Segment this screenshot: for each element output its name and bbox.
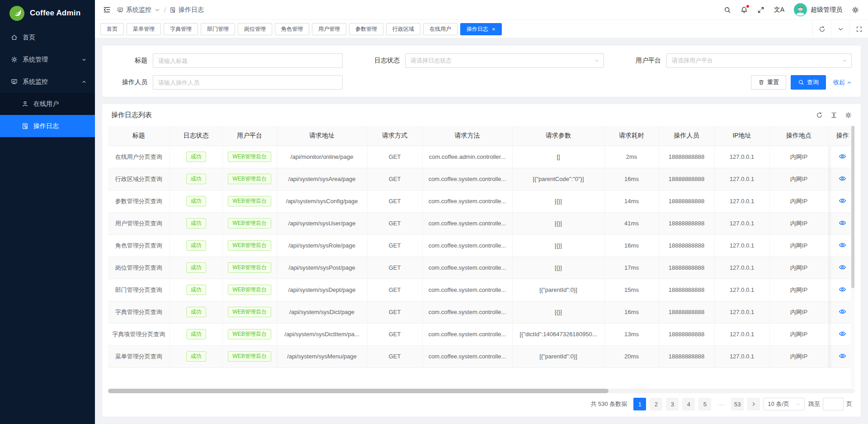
platform-select[interactable]: 请选择用户平台 [666,53,852,68]
fullscreen-icon[interactable] [757,6,764,14]
cell-request-method: GET [367,301,422,323]
cell-ip: 127.0.0.1 [714,257,769,279]
view-detail-button[interactable] [839,152,846,160]
vertical-scrollbar[interactable] [851,126,855,388]
page-button[interactable]: 3 [666,398,679,410]
page-button[interactable]: 4 [682,398,695,410]
page-button[interactable]: 1 [633,398,646,410]
cell-request-url: /api/system/sysRole/page [277,234,367,257]
horizontal-scrollbar[interactable] [108,389,855,393]
operator-input[interactable] [153,75,343,90]
sidebar: Coffee Admin 首页系统管理系统监控在线用户操作日志 [0,0,95,424]
cell-operator: 18888888888 [659,212,714,234]
status-select[interactable]: 请选择日志状态 [405,53,604,68]
page-size-select[interactable]: 10 条/页 [764,398,805,410]
cell-location: 内网IP [769,190,828,212]
cell-platform: WEB管理后台 [222,301,277,323]
tab-item[interactable]: 用户管理 [312,23,346,35]
reset-button[interactable]: 重置 [751,75,786,90]
cell-request-method: GET [367,257,422,279]
tab-item[interactable]: 岗位管理 [238,23,272,35]
sidebar-item-home[interactable]: 首页 [0,26,95,48]
row-density-icon[interactable] [830,112,837,119]
translate-icon[interactable]: 文A [774,6,784,14]
tab-item[interactable]: 参数管理 [349,23,383,35]
tab-item[interactable]: 菜单管理 [127,23,161,35]
menu-fold-icon[interactable] [103,6,111,14]
sidebar-item-operation-log[interactable]: 操作日志 [0,115,95,137]
view-detail-button[interactable] [839,263,846,271]
tab-item[interactable]: 在线用户 [423,23,458,35]
tab-label: 菜单管理 [133,25,155,33]
page-button[interactable]: 5 [698,398,711,410]
next-page-button[interactable] [747,398,760,410]
search-icon[interactable] [724,6,731,14]
cell-request-time: 16ms [604,168,659,190]
refresh-icon[interactable] [816,112,823,119]
view-detail-button[interactable] [839,197,846,205]
title-input[interactable] [153,53,343,68]
view-detail-button[interactable] [839,308,846,315]
chevron-down-icon [81,57,87,62]
cell-request-url: /api/monitor/online/page [277,146,367,168]
tabs-dropdown-icon[interactable] [831,20,849,38]
view-detail-button[interactable] [839,175,846,182]
cell-location: 内网IP [769,345,828,367]
column-header: 请求耗时 [604,126,659,146]
cell-request-url: /api/system/sysMenu/page [277,345,367,367]
main-area: 系统监控 / 操作日志 文A [95,0,868,424]
cell-platform: WEB管理后台 [222,212,277,234]
cell-request-time: 14ms [604,190,659,212]
sidebar-item-system-monitor[interactable]: 系统监控 [0,71,95,93]
cell-request-time: 15ms [604,279,659,301]
view-detail-button[interactable] [839,286,846,293]
cell-title: 岗位管理分页查询 [108,257,170,279]
vertical-scrollbar-thumb[interactable] [851,126,854,288]
view-detail-button[interactable] [839,352,846,360]
view-detail-button[interactable] [839,330,846,338]
sidebar-submenu: 在线用户操作日志 [0,93,95,137]
status-badge: 成功 [186,285,206,295]
chevron-up-icon [847,80,852,85]
operator-field-label: 操作人员 [111,78,147,86]
close-icon[interactable]: × [492,26,495,32]
page-button[interactable]: 2 [650,398,662,410]
cell-operator: 18888888888 [659,234,714,257]
tab-item[interactable]: 首页 [100,23,124,35]
status-badge: 成功 [186,240,206,251]
tabs-maximize-icon[interactable] [849,20,868,38]
column-settings-gear-icon[interactable] [845,112,852,119]
tab-item[interactable]: 字典管理 [164,23,198,35]
breadcrumb-parent[interactable]: 系统监控 [117,6,160,14]
gear-icon [11,56,18,63]
cell-request-params: [{}] [512,257,604,279]
view-detail-button[interactable] [839,241,846,249]
search-button[interactable]: 查询 [791,75,826,90]
page-button[interactable]: 53 [731,398,744,410]
user-menu[interactable]: 超级管理员 [794,3,842,16]
notification-bell-icon[interactable] [741,6,748,14]
status-badge: 成功 [186,152,206,162]
avatar[interactable] [794,3,807,16]
cell-request-time: 17ms [604,257,659,279]
tab-item[interactable]: 部门管理 [201,23,235,35]
tab-item[interactable]: 角色管理 [275,23,309,35]
view-detail-button[interactable] [839,219,846,227]
cell-request-time: 16ms [604,234,659,257]
tabs-refresh-icon[interactable] [812,20,831,38]
cell-location: 内网IP [769,168,828,190]
jump-to-label: 跳至 [808,400,820,408]
tab-item[interactable]: 行政区域 [386,23,420,35]
tab-list: 首页菜单管理字典管理部门管理岗位管理角色管理用户管理参数管理行政区域在线用户操作… [95,20,812,38]
search-button-label: 查询 [807,78,819,86]
cell-request-url: /api/system/sysConfig/page [277,190,367,212]
jump-page-input[interactable] [823,398,844,410]
sidebar-item-system-management[interactable]: 系统管理 [0,48,95,71]
cell-request-method: GET [367,146,422,168]
collapse-filter-link[interactable]: 收起 [833,78,852,86]
horizontal-scrollbar-thumb[interactable] [108,389,609,393]
jump-unit-label: 页 [846,400,852,408]
sidebar-item-online-users[interactable]: 在线用户 [0,93,95,115]
tab-item[interactable]: 操作日志× [460,23,502,35]
settings-gear-icon[interactable] [852,6,859,14]
